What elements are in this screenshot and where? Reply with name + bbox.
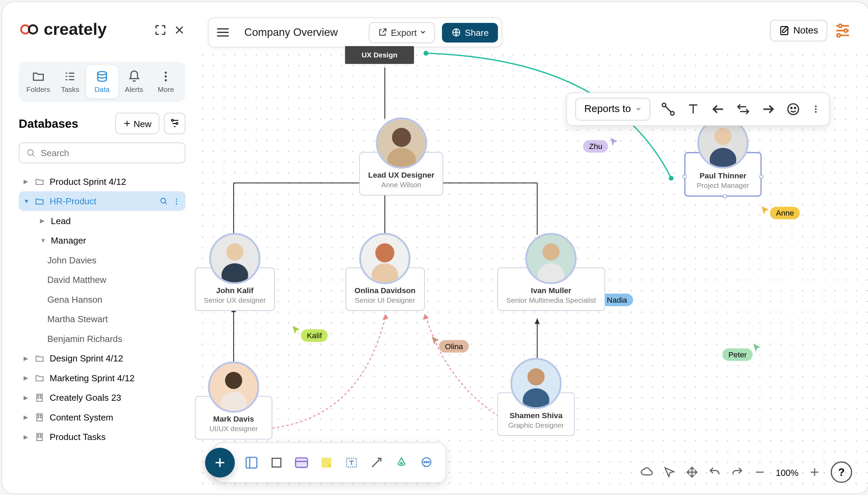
tree-item-creately-goals[interactable]: ▶Creately Goals 23	[19, 388, 186, 407]
tree-item-manager[interactable]: ▼Manager	[19, 231, 186, 250]
org-node-mark[interactable]: Mark DavisUI/UX designer	[195, 361, 272, 439]
more-icon[interactable]	[172, 196, 180, 206]
svg-line-70	[665, 106, 671, 112]
department-tag[interactable]: UX Design	[345, 46, 414, 64]
svg-point-71	[788, 104, 799, 114]
svg-rect-32	[40, 436, 41, 437]
svg-point-6	[837, 34, 840, 37]
style-icon[interactable]	[786, 102, 801, 116]
card-tool-icon[interactable]	[293, 454, 310, 471]
settings-icon[interactable]	[833, 21, 852, 40]
sidebar-tab-more[interactable]: More	[150, 65, 182, 99]
svg-point-75	[815, 108, 817, 110]
notes-button[interactable]: Notes	[770, 20, 827, 41]
svg-point-17	[176, 203, 177, 204]
svg-point-48	[392, 128, 411, 147]
svg-point-8	[165, 71, 167, 73]
tree-item-lead[interactable]: ▶Lead	[19, 211, 186, 230]
databases-heading: Databases	[19, 116, 78, 130]
tree-item-hr-product[interactable]: ▼HR-Product	[19, 191, 186, 211]
svg-point-14	[161, 198, 166, 203]
search-input[interactable]	[19, 142, 186, 163]
svg-rect-19	[38, 395, 39, 396]
pen-tool-icon[interactable]	[393, 454, 410, 471]
search-icon[interactable]	[159, 196, 169, 206]
text-tool-icon[interactable]	[686, 102, 701, 116]
more-icon[interactable]	[811, 102, 821, 116]
svg-point-13	[28, 149, 33, 155]
svg-point-10	[165, 79, 167, 81]
sticky-tool-icon[interactable]	[318, 454, 335, 471]
tree-item-product-tasks[interactable]: ▶Product Tasks	[19, 427, 186, 446]
zoom-in-icon[interactable]	[808, 466, 821, 479]
cloud-icon[interactable]	[640, 466, 653, 479]
zoom-level[interactable]: 100%	[776, 467, 799, 477]
tree-leaf[interactable]: David Matthew	[19, 270, 186, 289]
tree-item-product-sprint[interactable]: ▶Product Sprint 4/12	[19, 171, 186, 191]
svg-rect-77	[246, 457, 257, 468]
tree-leaf[interactable]: Martha Stewart	[19, 309, 186, 329]
svg-marker-42	[535, 318, 540, 324]
relation-select[interactable]: Reports to	[575, 98, 651, 120]
tree-item-content-system[interactable]: ▶Content System	[19, 407, 186, 427]
org-node-shamen[interactable]: Shamen ShivaGraphic Designer	[497, 358, 574, 436]
tree-item-design-sprint[interactable]: ▶Design Sprint 4/12	[19, 348, 186, 368]
tree-leaf[interactable]: Gena Hanson	[19, 289, 186, 309]
document-title[interactable]: Company Overview	[241, 26, 362, 39]
svg-point-60	[714, 128, 731, 145]
sidebar-tab-tasks[interactable]: Tasks	[54, 65, 86, 99]
svg-point-63	[225, 372, 242, 389]
svg-point-15	[176, 198, 177, 200]
arrow-right-icon[interactable]	[761, 102, 776, 116]
line-tool-icon[interactable]	[661, 102, 676, 116]
help-button[interactable]: ?	[831, 462, 852, 483]
cursor-icon	[760, 205, 771, 216]
cursor-icon	[291, 325, 302, 335]
close-icon[interactable]	[173, 24, 186, 37]
new-button[interactable]: New	[115, 113, 159, 134]
svg-point-84	[401, 463, 402, 464]
org-node-onlina[interactable]: Onlina DavidsonSenior UI Designer	[345, 233, 424, 311]
connector-tool-icon[interactable]	[368, 454, 385, 471]
svg-point-16	[176, 201, 177, 202]
rect-tool-icon[interactable]	[268, 454, 285, 471]
tree-leaf[interactable]: Benjamin Richards	[19, 329, 186, 348]
zoom-out-icon[interactable]	[753, 466, 766, 479]
sidebar-tab-alerts[interactable]: Alerts	[118, 65, 150, 99]
svg-point-11	[172, 120, 173, 121]
redo-icon[interactable]	[731, 466, 744, 479]
collaborator-tag: Olina	[439, 340, 469, 353]
svg-point-4	[839, 24, 842, 27]
fullscreen-icon[interactable]	[154, 24, 167, 37]
sidebar-tab-data[interactable]: Data	[86, 65, 118, 99]
menu-button[interactable]	[212, 22, 234, 43]
arrow-left-icon[interactable]	[711, 102, 725, 116]
add-button[interactable]	[205, 448, 235, 478]
org-node-paul[interactable]: Paul ThinnerProject Manager	[684, 118, 761, 197]
swap-icon[interactable]	[736, 102, 751, 116]
sidebar-tab-folders[interactable]: Folders	[22, 65, 54, 99]
svg-rect-80	[296, 458, 308, 467]
org-node-ivan[interactable]: Ivan MullerSenior Multimedia Specialist	[497, 233, 605, 311]
cursor-icon[interactable]	[663, 466, 676, 479]
svg-rect-25	[40, 415, 41, 415]
frame-tool-icon[interactable]	[243, 454, 260, 471]
comment-tool-icon[interactable]	[418, 454, 435, 471]
text-tool-icon[interactable]	[343, 454, 360, 471]
filter-button[interactable]	[164, 113, 186, 134]
svg-point-54	[376, 243, 395, 262]
share-button[interactable]: Share	[442, 23, 498, 42]
org-node-john[interactable]: John KalifSenior UX designer	[195, 233, 275, 311]
tree-leaf[interactable]: John Davies	[19, 250, 186, 270]
svg-rect-31	[38, 436, 39, 437]
svg-rect-24	[38, 415, 39, 415]
move-icon[interactable]	[685, 466, 698, 479]
svg-point-45	[423, 51, 428, 56]
search-icon	[26, 148, 36, 158]
export-button[interactable]: Export	[369, 22, 435, 43]
org-node-anne[interactable]: Lead UX DesignerAnne Wilson	[359, 118, 443, 195]
svg-rect-20	[40, 395, 41, 396]
svg-point-46	[669, 176, 674, 181]
tree-item-marketing-sprint[interactable]: ▶Marketing Sprint 4/12	[19, 368, 186, 387]
undo-icon[interactable]	[708, 466, 721, 479]
